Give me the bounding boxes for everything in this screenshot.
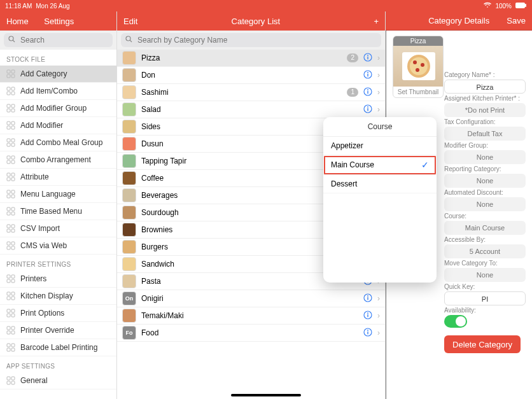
category-row[interactable]: Temaki/Maki› [117,307,385,325]
sidebar-item-csv-import[interactable]: CSV Import [0,220,116,237]
status-bar: 11:18 AM Mon 26 Aug 100% [0,0,532,11]
category-thumb-icon [122,188,136,202]
search-icon [125,36,132,45]
info-icon[interactable] [363,328,372,339]
category-thumb-icon [122,223,136,237]
category-name-label: Pizza [141,53,342,62]
category-thumb-icon: Fo [122,326,136,340]
category-row[interactable]: Salad› [117,101,385,118]
status-time: 11:18 AM [5,3,32,10]
svg-rect-58 [7,314,10,317]
svg-rect-64 [7,344,10,347]
svg-rect-68 [7,377,10,380]
sidebar-item-attribute[interactable]: Attribute [0,169,116,186]
category-thumb-icon [122,68,136,82]
list-icon [6,69,15,78]
svg-rect-85 [367,108,368,111]
edit-button[interactable]: Edit [123,17,137,26]
svg-rect-37 [11,207,15,211]
info-icon[interactable] [363,104,372,115]
category-badge: 2 [347,53,358,62]
thumbnail-card[interactable]: Pizza Set Thumbnail [393,36,444,98]
chevron-right-icon: › [377,294,380,303]
course-option-dessert[interactable]: Dessert [323,175,437,193]
sidebar-item-printer-override[interactable]: Printer Override [0,322,116,339]
chevron-right-icon: › [377,71,380,80]
svg-rect-82 [367,90,368,94]
sidebar-item-label: Combo Arrangement [20,155,91,164]
sidebar-item-menu-language[interactable]: Menu Language [0,186,116,203]
svg-rect-43 [11,229,15,232]
category-row[interactable]: OnOnigiri› [117,290,385,307]
category-row[interactable]: Sashimi1› [117,84,385,101]
category-name-label: Onigiri [141,294,358,303]
sidebar-item-add-modifier-group[interactable]: Add Modifier Group [0,100,116,117]
left-search-input[interactable] [4,33,113,47]
course-option-appetizer[interactable]: Appetizer [323,137,437,155]
category-name-label: Food [141,328,358,337]
sidebar-item-barcode-label-printing[interactable]: Barcode Label Printing [0,339,116,356]
right-header: Category Details Save [386,11,532,31]
sidebar-item-label: Add Category [20,69,67,78]
svg-rect-6 [7,74,10,78]
sidebar-item-label: Add Modifier [20,121,63,130]
svg-rect-1 [525,4,526,7]
svg-rect-31 [11,178,15,181]
svg-rect-70 [7,381,10,384]
sidebar-item-add-modifier[interactable]: Add Modifier [0,117,116,134]
sidebar-item-label: Barcode Label Printing [20,343,97,352]
sidebar-item-general[interactable]: General [0,372,116,389]
category-row[interactable]: Pizza2› [117,50,385,67]
category-name-input[interactable]: Pizza [444,80,526,94]
sidebar-item-label: Attribute [20,172,49,181]
svg-rect-40 [7,225,10,228]
svg-rect-32 [7,190,10,193]
sidebar-item-kitchen-display[interactable]: Kitchen Display [0,288,116,305]
info-icon[interactable] [363,53,372,64]
category-thumb-icon [122,309,136,323]
set-thumbnail-label: Set Thumbnail [393,87,443,97]
sidebar-item-label: Add Item/Combo [20,87,78,95]
svg-rect-62 [7,331,10,334]
list-icon [6,155,15,164]
sidebar-item-time-based-menu[interactable]: Time Based Menu [0,203,116,220]
svg-rect-60 [7,326,10,330]
svg-point-2 [9,36,13,41]
info-icon[interactable] [363,311,372,321]
chevron-right-icon: › [377,53,380,62]
add-category-button[interactable]: + [374,17,379,26]
save-button[interactable]: Save [507,16,526,25]
svg-rect-21 [11,139,15,142]
svg-point-75 [367,55,368,56]
sidebar-item-add-combo-meal-group[interactable]: Add Combo Meal Group [0,134,116,151]
info-icon[interactable] [363,87,372,98]
category-thumb-icon: On [122,291,136,305]
category-row[interactable]: FoFood› [117,325,385,342]
info-icon[interactable] [363,293,372,304]
sidebar-item-add-category[interactable]: Add Category [0,66,116,83]
home-button[interactable]: Home [6,17,29,26]
svg-rect-7 [11,74,15,78]
svg-point-129 [421,63,424,67]
svg-rect-0 [515,3,525,8]
list-icon [6,121,15,130]
svg-point-130 [416,68,419,72]
list-icon [6,172,15,181]
sidebar-item-add-item-combo[interactable]: Add Item/Combo [0,83,116,100]
pizza-thumbnail-image [393,46,444,87]
sidebar-item-label: Print Options [20,309,64,318]
svg-point-123 [367,330,368,331]
category-row[interactable]: Don› [117,67,385,84]
sidebar-item-print-options[interactable]: Print Options [0,305,116,322]
course-option-main-course[interactable]: Main Course✓ [323,155,437,175]
info-icon[interactable] [363,70,372,81]
svg-rect-79 [367,73,368,76]
list-icon [6,309,15,318]
sidebar-item-combo-arrangement[interactable]: Combo Arrangement [0,151,116,169]
sidebar-item-label: CMS via Web [20,241,67,250]
section-printer: PRINTER SETTINGS [0,255,116,270]
sidebar-item-printers[interactable]: Printers [0,270,116,288]
category-search-input[interactable] [121,33,381,47]
battery-pct: 100% [495,3,512,10]
sidebar-item-cms-via-web[interactable]: CMS via Web [0,237,116,255]
